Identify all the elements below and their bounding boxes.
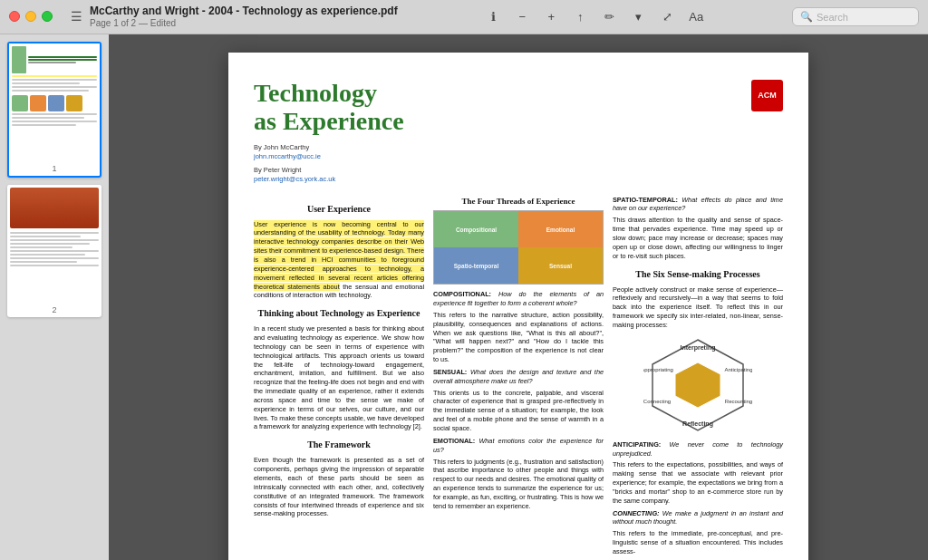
svg-text:Recounting: Recounting (725, 399, 752, 404)
cell-spatio: Spatio-temporal (434, 247, 518, 284)
cell-emotional: Emotional (518, 211, 603, 247)
framework-body: Even though the framework is presented a… (254, 456, 424, 518)
six-sense-heading: The Six Sense-making Processes (613, 268, 783, 281)
page-thumbnail-1[interactable]: 1 (7, 42, 102, 178)
share-button[interactable]: ↑ (569, 6, 591, 28)
compositional-head: COMPOSITIONAL: (433, 290, 491, 298)
page-thumbnail-2[interactable]: 2 (7, 185, 102, 317)
anticipating-block: ANTICIPATING: We never come to technolog… (613, 440, 783, 459)
column-2: The Four Threads of Experience Compositi… (433, 196, 604, 559)
column-3: SPATIO-TEMPORAL: What effects do place a… (613, 196, 783, 559)
title-bar-left: ☰ McCarthy and Wright - 2004 - Technolog… (9, 5, 398, 28)
cell-compositional: Compositional (434, 211, 518, 247)
title-info: McCarthy and Wright - 2004 - Technology … (90, 5, 398, 28)
sensual-text: This orients us to the concrete, palpabl… (433, 389, 604, 433)
document-page: Technology as Experience By John McCarth… (228, 53, 808, 560)
zoom-out-button[interactable]: − (511, 6, 533, 28)
anticipating-body: This refers to the expectations, possibi… (613, 460, 783, 505)
sidebar-toggle-button[interactable]: ☰ (71, 9, 82, 24)
article-title-block: Technology as Experience By John McCarth… (254, 80, 404, 187)
spatio-head: SPATIO-TEMPORAL: (613, 196, 678, 204)
toolbar: ℹ − + ↑ ✏ ▾ ⤢ Aa (398, 6, 792, 28)
thumbnail-number-1: 1 (9, 161, 100, 176)
connecting-body: This refers to the immediate, pre-concep… (613, 529, 783, 556)
hexagon-diagram: Interpreting Anticipating Recounting Ref… (643, 335, 752, 435)
thumbnail-preview-2 (7, 185, 102, 303)
search-placeholder: Search (817, 12, 848, 23)
spatio-head-block: SPATIO-TEMPORAL: What effects do place a… (613, 196, 783, 214)
six-sense-body: People actively construct or make sense … (613, 285, 783, 330)
maximize-button[interactable] (42, 11, 53, 22)
emotional-body: EMOTIONAL: What emotions color the exper… (433, 437, 604, 455)
svg-text:Connecting: Connecting (643, 399, 671, 404)
threads-diagram: Compositional Emotional Spatio-temporal … (433, 210, 604, 285)
sidebar: 1 2 (0, 34, 109, 560)
document-subtitle: Page 1 of 2 — Edited (90, 18, 398, 29)
sensual-head: SENSUAL: (433, 368, 467, 376)
highlighted-text-yellow: User experience is now becoming central … (254, 220, 424, 291)
user-exp-body: User experience is now becoming central … (254, 220, 424, 301)
hexagon-svg: Interpreting Anticipating Recounting Ref… (643, 335, 752, 435)
anticipating-head: ANTICIPATING: (613, 440, 661, 449)
more-button[interactable]: ▾ (627, 6, 649, 28)
title-bar-right: 🔍 Search (792, 7, 919, 26)
window-controls (9, 11, 53, 22)
column-1: User Experience User experience is now b… (254, 196, 424, 559)
svg-text:Anticipating: Anticipating (724, 367, 752, 372)
author1: By John McCarthy john.mccarthy@ucc.ie (254, 143, 404, 162)
title-bar: ☰ McCarthy and Wright - 2004 - Technolog… (0, 0, 928, 34)
document-title: McCarthy and Wright - 2004 - Technology … (90, 5, 398, 17)
document-area[interactable]: Technology as Experience By John McCarth… (109, 34, 928, 560)
acm-logo: ACM (751, 80, 783, 111)
svg-text:Interpreting: Interpreting (681, 344, 716, 352)
connecting-head: CONNECTING: (613, 509, 659, 517)
thumbnail-number-2: 2 (7, 303, 102, 317)
svg-text:Appropriating: Appropriating (643, 367, 673, 372)
svg-text:Reflecting: Reflecting (682, 420, 713, 428)
emotional-head: EMOTIONAL: (433, 437, 475, 445)
spatio-body: This draws attention to the quality and … (613, 216, 783, 260)
search-icon: 🔍 (800, 11, 813, 23)
article-body: User Experience User experience is now b… (254, 196, 783, 559)
thinking-body: In a recent study we presented a basis f… (254, 324, 424, 431)
compositional-text: This refers to the narrative structure, … (433, 311, 604, 364)
connecting-block: CONNECTING: We make a judgment in an ins… (613, 509, 783, 527)
minimize-button[interactable] (25, 11, 36, 22)
article-main-title: Technology as Experience (254, 80, 404, 136)
aa-button[interactable]: Aa (685, 6, 707, 28)
compositional-body: COMPOSITIONAL: How do the elements of an… (433, 290, 604, 308)
annotate-button[interactable]: ✏ (598, 6, 620, 28)
zoom-in-button[interactable]: + (540, 6, 562, 28)
close-button[interactable] (9, 11, 20, 22)
svg-marker-1 (675, 362, 720, 408)
info-button[interactable]: ℹ (482, 6, 504, 28)
thumbnail-preview-1 (9, 43, 100, 161)
thinking-heading: Thinking about Technology as Experience (254, 307, 424, 320)
threads-title: The Four Threads of Experience (433, 196, 604, 208)
emotional-text: This refers to judgments (e.g., frustrat… (433, 458, 604, 511)
sensual-body: SENSUAL: What does the design and textur… (433, 368, 604, 386)
framework-heading: The Framework (254, 439, 424, 451)
author2: By Peter Wright peter.wright@cs.york.ac.… (254, 166, 404, 185)
user-experience-heading: User Experience (254, 203, 424, 216)
search-bar[interactable]: 🔍 Search (792, 7, 919, 26)
cell-sensual: Sensual (518, 247, 603, 284)
expand-button[interactable]: ⤢ (656, 6, 678, 28)
main-layout: 1 2 (0, 34, 928, 560)
